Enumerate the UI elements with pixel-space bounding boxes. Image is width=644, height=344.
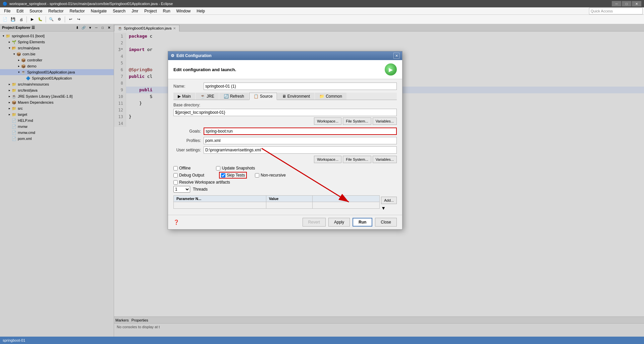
threads-select[interactable]: 1 2 4: [173, 186, 190, 193]
tab-close-icon[interactable]: ✕: [173, 27, 176, 30]
tree-item-springboot[interactable]: ▾ 📁 springboot-01 [boot]: [0, 33, 114, 39]
offline-checkbox[interactable]: [173, 166, 178, 170]
workspace-button-2[interactable]: Workspace...: [314, 156, 341, 163]
code-line-1: 1 package c: [114, 33, 644, 40]
menu-jmr[interactable]: Jmr: [129, 8, 141, 14]
dialog-tab-source[interactable]: 📋 Source: [249, 93, 277, 100]
non-recursive-checkbox[interactable]: [255, 173, 259, 178]
tree-item-com-bie[interactable]: ▾ 📦 com.bie: [0, 51, 114, 57]
toolbar-debug[interactable]: 🐛: [37, 16, 44, 23]
tree-item-target[interactable]: ▸ 📁 target: [0, 111, 114, 117]
bottom-tab-properties[interactable]: Properties: [131, 318, 148, 322]
offline-checkbox-label[interactable]: Offline: [173, 166, 191, 170]
tree-label: com.bie: [22, 52, 36, 56]
environment-tab-label: Environment: [287, 94, 310, 99]
name-input[interactable]: [204, 83, 397, 90]
close-dialog-button[interactable]: Close: [375, 218, 397, 227]
base-dir-input[interactable]: [173, 109, 397, 116]
tree-item-src-main-java[interactable]: ▾ 📂 src/main/java: [0, 45, 114, 51]
skip-tests-checkbox[interactable]: [221, 173, 225, 178]
menu-run[interactable]: Run: [160, 8, 173, 14]
main-layout: Project Explorer ☰ ⬇ 🔗 ▾ ─ □ ✕ ▾ 📁 sprin…: [0, 24, 644, 337]
toolbar-save[interactable]: 💾: [9, 16, 17, 23]
menu-refactor[interactable]: Refactor: [46, 8, 66, 14]
non-recursive-checkbox-label[interactable]: Non-recursive: [255, 173, 286, 178]
workspace-button[interactable]: Workspace...: [314, 117, 341, 125]
run-button[interactable]: Run: [353, 218, 372, 227]
tree-item-jre[interactable]: ▸ ☕ JRE System Library [JavaSE-1.8]: [0, 93, 114, 99]
update-snapshots-checkbox-label[interactable]: Update Snapshots: [216, 166, 255, 170]
tree-item-maven-deps[interactable]: ▸ 📦 Maven Dependencies: [0, 99, 114, 105]
project-explorer-title: Project Explorer ☰: [2, 26, 35, 30]
dialog-tab-refresh[interactable]: 🔄 Refresh: [219, 93, 249, 100]
minimize-panel-icon[interactable]: ─: [94, 25, 99, 31]
menu-window[interactable]: Window: [174, 8, 194, 14]
close-button[interactable]: ✕: [632, 1, 641, 6]
editor-tab-springboot[interactable]: ☕ Springboot01Application.java ✕: [114, 25, 179, 32]
tree-item-spring-elements[interactable]: ▸ 🌱 Spring Elements: [0, 39, 114, 45]
revert-button[interactable]: Revert: [303, 218, 326, 227]
dialog-tab-environment[interactable]: 🖥 Environment: [278, 93, 314, 100]
tree-item-controller[interactable]: ▸ 📦 controller: [0, 57, 114, 63]
quick-access-box[interactable]: Quick Access: [589, 8, 643, 14]
minimize-button[interactable]: ─: [612, 1, 621, 6]
maximize-panel-icon[interactable]: □: [100, 25, 105, 31]
maximize-button[interactable]: □: [622, 1, 631, 6]
dialog-tab-main[interactable]: ▶ Main: [173, 93, 195, 100]
tree-item-src[interactable]: ▸ 📁 src: [0, 105, 114, 111]
collapse-all-icon[interactable]: ⬇: [74, 25, 80, 31]
toolbar-print[interactable]: 🖨: [17, 16, 25, 23]
tree-item-src-test-java[interactable]: ▸ 📁 src/test/java: [0, 87, 114, 93]
menu-source[interactable]: Source: [27, 8, 45, 14]
link-icon[interactable]: 🔗: [81, 25, 86, 31]
toolbar-undo[interactable]: ↩: [67, 16, 74, 23]
tree-item-springboot-app[interactable]: ▾ ☕ Springboot01Application.java: [0, 69, 114, 75]
menu-file[interactable]: File: [1, 8, 13, 14]
profiles-input[interactable]: [204, 137, 397, 144]
toolbar-run[interactable]: ▶: [29, 16, 36, 23]
menu-navigate[interactable]: Navigate: [88, 8, 109, 14]
resolve-workspace-checkbox-label[interactable]: Resolve Workspace artifacts: [173, 180, 230, 185]
file-system-button[interactable]: File System...: [343, 117, 371, 125]
help-icon[interactable]: ❓: [173, 219, 179, 225]
variables-button[interactable]: Variables...: [373, 117, 397, 125]
scroll-down-icon[interactable]: ▼: [381, 205, 397, 211]
tree-item-src-main-resources[interactable]: ▸ 📁 src/main/resources: [0, 81, 114, 87]
close-panel-icon[interactable]: ✕: [106, 25, 112, 31]
bottom-tab-markers[interactable]: Markers: [115, 318, 129, 322]
tree-item-help-md[interactable]: 📄 HELP.md: [0, 117, 114, 124]
menu-edit[interactable]: Edit: [14, 8, 26, 14]
menu-project[interactable]: Project: [142, 8, 159, 14]
dialog-tab-common[interactable]: 📁 Common: [315, 93, 346, 100]
tab-label: Springboot01Application.java: [124, 26, 172, 30]
file-system-button-2[interactable]: File System...: [343, 156, 371, 163]
toolbar-redo[interactable]: ↪: [75, 16, 82, 23]
user-settings-input[interactable]: [204, 146, 397, 154]
apply-button[interactable]: Apply: [328, 218, 350, 227]
menu-search[interactable]: Search: [110, 8, 128, 14]
tree-item-springboot-class[interactable]: 🔷 Springboot01Application: [0, 75, 114, 81]
menu-bar: File Edit Source Refactor Refactor Navig…: [0, 7, 644, 15]
update-snapshots-checkbox[interactable]: [216, 166, 220, 170]
goals-input[interactable]: [204, 128, 397, 135]
variables-button-2[interactable]: Variables...: [373, 156, 397, 163]
menu-refactor2[interactable]: Refactor: [67, 8, 87, 14]
tree-item-mvnw-cmd[interactable]: 📄 mvnw.cmd: [0, 130, 114, 136]
tree-item-mvnw[interactable]: 📄 mvnw: [0, 124, 114, 130]
tree-item-pom-xml[interactable]: 📄 pom.xml: [0, 136, 114, 142]
panel-menu-icon[interactable]: ▾: [87, 25, 93, 31]
debug-output-checkbox-label[interactable]: Debug Output: [173, 173, 204, 178]
debug-output-checkbox[interactable]: [173, 173, 178, 178]
tree-item-demo[interactable]: ▸ 📦 demo: [0, 63, 114, 69]
resolve-workspace-checkbox[interactable]: [173, 180, 178, 185]
toolbar-settings[interactable]: ⚙: [56, 16, 63, 23]
toolbar-new[interactable]: 📄: [1, 16, 9, 23]
tree-label: JRE System Library [JavaSE-1.8]: [18, 94, 72, 98]
dialog-tab-jre[interactable]: ☕ JRE: [196, 93, 219, 100]
menu-help[interactable]: Help: [194, 8, 208, 14]
dialog-close-button[interactable]: ✕: [393, 53, 399, 59]
package-icon: 📦: [21, 63, 26, 69]
skip-tests-checkbox-label[interactable]: Skip Tests: [219, 172, 247, 179]
add-button[interactable]: Add...: [381, 197, 397, 204]
toolbar-search[interactable]: 🔍: [48, 16, 55, 23]
